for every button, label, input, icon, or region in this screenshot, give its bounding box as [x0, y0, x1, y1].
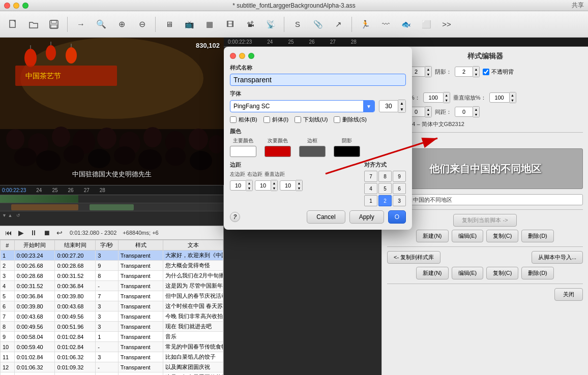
more-button[interactable]: >>: [437, 15, 456, 34]
search-button[interactable]: 🔍: [92, 15, 110, 34]
waves-button[interactable]: 〰: [376, 15, 395, 34]
underline-checkbox[interactable]: [295, 116, 301, 123]
rotate-up[interactable]: ▲: [425, 107, 431, 112]
dialog-close-button[interactable]: [230, 53, 236, 59]
copy-to-lib-button[interactable]: <- 复制到样式库: [387, 251, 440, 264]
preview-input[interactable]: 他们来自中国的不同地区: [387, 194, 583, 205]
table-row[interactable]: 5 0:00:36.84 0:00:39.80 7 Transparent 但中…: [1, 291, 223, 301]
spacing-down[interactable]: ▼: [473, 112, 479, 117]
font-dropdown-button[interactable]: ▼: [363, 101, 374, 112]
table-row[interactable]: 3 0:00:28.68 0:00:31.52 8 Transparent 为什…: [1, 271, 223, 281]
film-button[interactable]: 🎞: [221, 15, 239, 34]
scale-x-down[interactable]: ▼: [444, 98, 450, 103]
right-margin-up[interactable]: ▲: [271, 180, 277, 185]
script-button[interactable]: S: [288, 15, 307, 34]
subtitle-table-area[interactable]: # 开始时间 结束时间 字/秒 样式 文本 1 0:00:23.24 0:00:…: [0, 240, 223, 375]
transparent-bg-checkbox[interactable]: [483, 69, 489, 75]
strikethrough-checkbox[interactable]: [334, 116, 340, 123]
align-3-button[interactable]: 3: [393, 195, 406, 206]
new-lib-button[interactable]: 新建(N): [416, 267, 448, 279]
border-down-btn[interactable]: ▼: [425, 72, 431, 77]
bold-checkbox-label[interactable]: 粗体(B): [230, 116, 257, 123]
shadow-up-btn[interactable]: ▲: [473, 67, 479, 72]
right-margin-down[interactable]: ▼: [271, 185, 277, 191]
fish-button[interactable]: 🐟: [397, 15, 415, 34]
table-row[interactable]: 13 0:01:09.32 0:01:13.28 2 Transparent 这…: [1, 372, 223, 376]
shadow-down-btn[interactable]: ▼: [473, 72, 479, 77]
close-button[interactable]: [4, 3, 10, 9]
scale-x-input[interactable]: [423, 92, 444, 103]
copy-to-current-button[interactable]: 复制到当前脚本 ->: [453, 214, 516, 227]
loop-button[interactable]: ↩: [54, 228, 65, 238]
table-row[interactable]: 8 0:00:49.56 0:00:51.96 3 Transparent 现在…: [1, 322, 223, 332]
bold-checkbox[interactable]: [230, 116, 237, 123]
play-begin-button[interactable]: ⏮: [3, 228, 14, 238]
table-row[interactable]: 1 0:00:23.24 0:00:27.20 3 Transparent 大家…: [1, 251, 223, 261]
underline-checkbox-label[interactable]: 下划线(U): [295, 116, 328, 123]
save-button[interactable]: [45, 15, 63, 34]
spacing-input[interactable]: [455, 107, 473, 117]
align-8-button[interactable]: 8: [378, 171, 392, 182]
export-button[interactable]: ↗: [329, 15, 347, 34]
align-9-button[interactable]: 9: [393, 171, 406, 182]
cancel-button[interactable]: Cancel: [307, 210, 345, 224]
table-row[interactable]: 4 0:00:31.52 0:00:36.84 - Transparent 这是…: [1, 281, 223, 291]
import-from-script-button[interactable]: 从脚本中导入...: [532, 251, 583, 264]
scale-y-up[interactable]: ▲: [510, 92, 516, 98]
edit-style-button[interactable]: 编辑(E): [452, 230, 484, 242]
new-style-button[interactable]: 新建(N): [416, 230, 448, 242]
align-2-button[interactable]: 2: [378, 195, 392, 206]
shadow-color-swatch[interactable]: [334, 146, 360, 157]
open-button[interactable]: [24, 15, 43, 34]
left-margin-input[interactable]: [230, 180, 246, 191]
zoom-out-button[interactable]: ⊖: [133, 15, 151, 34]
table-row[interactable]: 9 0:00:58.04 0:01:02.84 1 Transparent 音乐: [1, 332, 223, 342]
help-button[interactable]: ?: [230, 212, 240, 222]
border-color-swatch[interactable]: [299, 146, 326, 157]
film-alt-button[interactable]: 📽: [241, 15, 259, 34]
align-1-button[interactable]: 1: [364, 195, 377, 206]
panel-shadow-input[interactable]: [455, 67, 473, 77]
zoom-in-button[interactable]: ⊕: [112, 15, 131, 34]
dialog-min-button[interactable]: [239, 53, 245, 59]
rotate-down[interactable]: ▼: [425, 112, 431, 117]
scale-y-down[interactable]: ▼: [510, 98, 516, 103]
left-margin-up[interactable]: ▲: [246, 180, 252, 185]
vertical-margin-up[interactable]: ▲: [296, 180, 302, 185]
pause-button[interactable]: ⏸: [28, 228, 39, 238]
table-row[interactable]: 2 0:00:26.68 0:00:28.68 9 Transparent 您大…: [1, 261, 223, 271]
broadcast-button[interactable]: 📡: [261, 15, 280, 34]
copy-lib-button[interactable]: 复制(C): [486, 267, 518, 279]
close-panel-button[interactable]: 关闭: [554, 288, 583, 301]
right-margin-input[interactable]: [255, 180, 271, 191]
scale-x-up[interactable]: ▲: [444, 92, 450, 98]
edit-lib-button[interactable]: 编辑(E): [452, 267, 484, 279]
left-margin-down[interactable]: ▼: [246, 185, 252, 191]
align-5-button[interactable]: 5: [378, 183, 392, 194]
vertical-margin-down[interactable]: ▼: [296, 185, 302, 191]
vertical-margin-input[interactable]: [280, 180, 296, 191]
timeline-area[interactable]: 0:00:22:23 24 25 26 27 28 ▼ ▲ ↺: [0, 185, 223, 226]
table-row[interactable]: 7 0:00:43.68 0:00:49.56 3 Transparent 今晚…: [1, 311, 223, 322]
dialog-max-button[interactable]: [248, 53, 254, 59]
new-button[interactable]: [4, 15, 22, 34]
font-size-down-button[interactable]: ▼: [398, 106, 405, 112]
delete-lib-button[interactable]: 删除(D): [521, 267, 553, 279]
undo-button[interactable]: →: [72, 15, 90, 34]
delete-style-button[interactable]: 删除(D): [521, 230, 553, 242]
minimize-button[interactable]: [13, 3, 19, 9]
window-controls[interactable]: [4, 3, 28, 9]
italic-checkbox-label[interactable]: 斜体(I): [263, 116, 288, 123]
table-row[interactable]: 12 0:01:06.32 0:01:09.32 - Transparent 以…: [1, 362, 223, 372]
grid-button[interactable]: ▦: [200, 15, 219, 34]
table-row[interactable]: 6 0:00:39.80 0:00:43.68 3 Transparent 这个…: [1, 301, 223, 311]
italic-checkbox[interactable]: [263, 116, 270, 123]
transparent-bg-label[interactable]: 不透明背: [483, 68, 514, 76]
secondary-color-swatch[interactable]: [264, 146, 291, 157]
video-button[interactable]: 🖥: [160, 15, 178, 34]
paperclip-button[interactable]: 📎: [309, 15, 327, 34]
apply-button[interactable]: Apply: [349, 210, 384, 224]
ok-button[interactable]: O: [388, 210, 406, 224]
font-size-up-button[interactable]: ▲: [398, 100, 405, 106]
play-button[interactable]: ▶: [16, 228, 26, 238]
